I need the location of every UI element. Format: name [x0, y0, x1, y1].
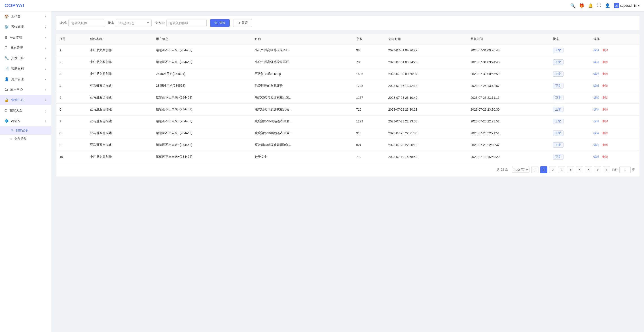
goto-suffix: 页	[632, 168, 635, 172]
sidebar-sub-item-creation-records[interactable]: 🗒 创作记录	[0, 126, 51, 135]
page-2-button[interactable]: 2	[549, 166, 556, 173]
ai-icon: 💠	[4, 119, 9, 123]
creatorid-input[interactable]	[166, 19, 206, 27]
cell-creation-name: 小红书文案创作	[86, 151, 152, 163]
cell-seq: 3	[56, 68, 86, 80]
cell-seq: 9	[56, 139, 86, 151]
sidebar-item-label: 日志管理	[10, 46, 23, 50]
delete-button[interactable]: 删除	[602, 119, 608, 123]
filter-name-group: 名称	[60, 19, 104, 27]
page-6-button[interactable]: 6	[585, 166, 592, 173]
sidebar-item-skills[interactable]: ⚙ 技能大全 ∨	[0, 105, 51, 116]
delete-button[interactable]: 删除	[602, 96, 608, 99]
table-row: 3 小红书文案创作 234604用户(234604) 五进制 coffee sh…	[56, 68, 640, 80]
marketing-icon: 🔒	[4, 98, 9, 102]
fullscreen-icon[interactable]: ⛶	[597, 3, 601, 8]
status-badge: 正常	[553, 59, 564, 65]
sidebar-item-appcenter[interactable]: 🗂 应用中心 ∨	[0, 84, 51, 95]
page-7-button[interactable]: 7	[594, 166, 601, 173]
table-row: 2 小红书文案创作 铅笔画不出未来~(234452) 小众气质高级感珍珠耳环 7…	[56, 56, 640, 68]
edit-button[interactable]: 编辑	[594, 143, 599, 147]
edit-button[interactable]: 编辑	[594, 72, 599, 75]
col-word-count: 字数	[353, 34, 384, 44]
edit-button[interactable]: 编辑	[594, 48, 599, 52]
search-icon[interactable]: 🔍	[570, 3, 575, 8]
cell-seq: 4	[56, 80, 86, 92]
edit-button[interactable]: 编辑	[594, 131, 599, 135]
edit-button[interactable]: 编辑	[594, 84, 599, 87]
edit-button[interactable]: 编辑	[594, 119, 599, 123]
sidebar-item-label: 技能大全	[10, 109, 22, 113]
cell-action: 编辑 删除	[590, 139, 640, 151]
cell-creation-name: 小红书文案创作	[86, 56, 152, 68]
query-button[interactable]: 🔍 查询	[210, 19, 230, 27]
refresh-icon: ↺	[238, 21, 240, 25]
sidebar-item-devtools[interactable]: 🔧 开发工具 ∨	[0, 53, 51, 63]
cell-word-count: 700	[353, 56, 384, 68]
chevron-down-icon: ∨	[45, 36, 47, 39]
sidebar-item-label: 营销中心	[11, 98, 24, 102]
delete-button[interactable]: 删除	[602, 72, 608, 75]
status-select[interactable]: 请选择状态 正常 禁用	[116, 19, 152, 27]
page-size-select[interactable]: 10条/页 20条/页 50条/页	[512, 167, 530, 173]
next-page-button[interactable]: ›	[603, 166, 610, 173]
sidebar-sub-item-creation-category[interactable]: ≡ 创作分类	[0, 135, 51, 143]
edit-button[interactable]: 编辑	[594, 60, 599, 64]
col-status: 状态	[549, 34, 590, 44]
sidebar-item-platform[interactable]: ⊞ 平台管理 ∨	[0, 32, 51, 43]
delete-button[interactable]: 删除	[602, 84, 608, 87]
delete-button[interactable]: 删除	[602, 108, 608, 111]
cell-user-info: 234593用户(234593)	[152, 80, 251, 92]
table-row: 7 亚马逊五点描述 铅笔画不出未来~(234452) 瘦瘦裙/polo黑色连衣裙…	[56, 115, 640, 127]
cell-status: 正常	[549, 104, 590, 115]
page-1-button[interactable]: 1	[540, 166, 548, 173]
delete-button[interactable]: 删除	[602, 60, 608, 64]
cell-seq: 8	[56, 127, 86, 139]
reset-button[interactable]: ↺ 重置	[233, 19, 252, 27]
cell-name: 小众气质高级感珍珠耳环	[251, 56, 353, 68]
status-badge: 正常	[553, 154, 564, 160]
page-3-button[interactable]: 3	[558, 166, 565, 173]
status-badge: 正常	[553, 83, 564, 88]
sidebar-item-dashboard[interactable]: 🏠 工作台 ∨	[0, 11, 51, 22]
sidebar-item-users[interactable]: 👤 用户管理 ∨	[0, 74, 51, 84]
edit-button[interactable]: 编辑	[594, 96, 599, 99]
cell-word-count: 1686	[353, 68, 384, 80]
delete-button[interactable]: 删除	[602, 131, 608, 135]
sidebar-item-help[interactable]: 📄 帮助文档 ∨	[0, 63, 51, 74]
page-5-button[interactable]: 5	[576, 166, 583, 173]
cell-status: 正常	[549, 139, 590, 151]
delete-button[interactable]: 删除	[602, 155, 608, 158]
bell-icon[interactable]: 🔔	[588, 3, 593, 8]
edit-button[interactable]: 编辑	[594, 108, 599, 111]
users-icon: 👤	[4, 77, 9, 81]
user-icon[interactable]: 👤	[605, 3, 610, 8]
chevron-down-icon: ∨	[45, 15, 47, 18]
cell-reply-time: 2023-07-31 09:26:48	[467, 44, 549, 56]
sidebar-item-ai[interactable]: 💠 AI创作 ∧	[0, 116, 51, 126]
cell-create-time: 2023-07-31 09:24:28	[384, 56, 467, 68]
gift-icon[interactable]: 🎁	[579, 3, 584, 8]
sidebar-item-label: 应用中心	[10, 88, 23, 92]
page-4-button[interactable]: 4	[567, 166, 574, 173]
edit-button[interactable]: 编辑	[594, 155, 599, 158]
main-content: 名称 状态 请选择状态 正常 禁用 创作ID 🔍 查询 ↺	[52, 11, 644, 332]
cell-user-info: 铅笔画不出未来~(234452)	[152, 104, 251, 115]
cell-status: 正常	[549, 80, 590, 92]
sidebar-item-system[interactable]: ⚙️ 系统管理 ∨	[0, 22, 51, 32]
user-menu[interactable]: Ai superadmin ▾	[614, 3, 640, 8]
sidebar-item-marketing[interactable]: 🔒 营销中心 ∧	[0, 95, 51, 105]
sidebar-item-log[interactable]: 🗒 日志管理 ∨	[0, 43, 51, 53]
delete-button[interactable]: 删除	[602, 48, 608, 52]
gear-icon: ⚙️	[4, 25, 9, 29]
cell-create-time: 2023-07-23 22:00:10	[384, 139, 467, 151]
cell-name: 五进制 coffee shop	[251, 68, 353, 80]
name-input[interactable]	[68, 19, 104, 27]
delete-button[interactable]: 删除	[602, 143, 608, 147]
sidebar-item-label: 系统管理	[11, 25, 24, 29]
cell-status: 正常	[549, 68, 590, 80]
prev-page-button[interactable]: ‹	[531, 166, 538, 173]
sidebar-item-label: 用户管理	[11, 77, 24, 81]
goto-input[interactable]	[620, 166, 630, 173]
cell-name: 瘦瘦裙/polo黑色连衣裙夏...	[251, 115, 353, 127]
